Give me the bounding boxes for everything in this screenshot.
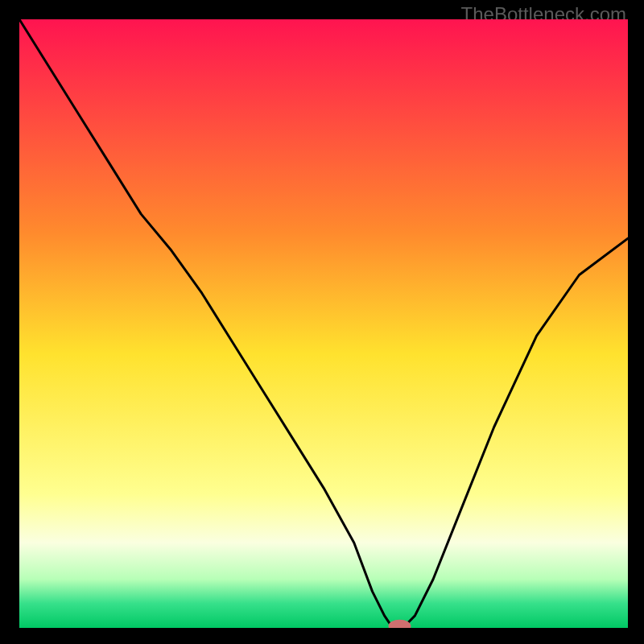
bottleneck-chart — [19, 19, 628, 628]
gradient-background — [19, 19, 628, 628]
chart-container: TheBottleneck.com — [0, 0, 644, 644]
plot-area — [19, 19, 628, 628]
